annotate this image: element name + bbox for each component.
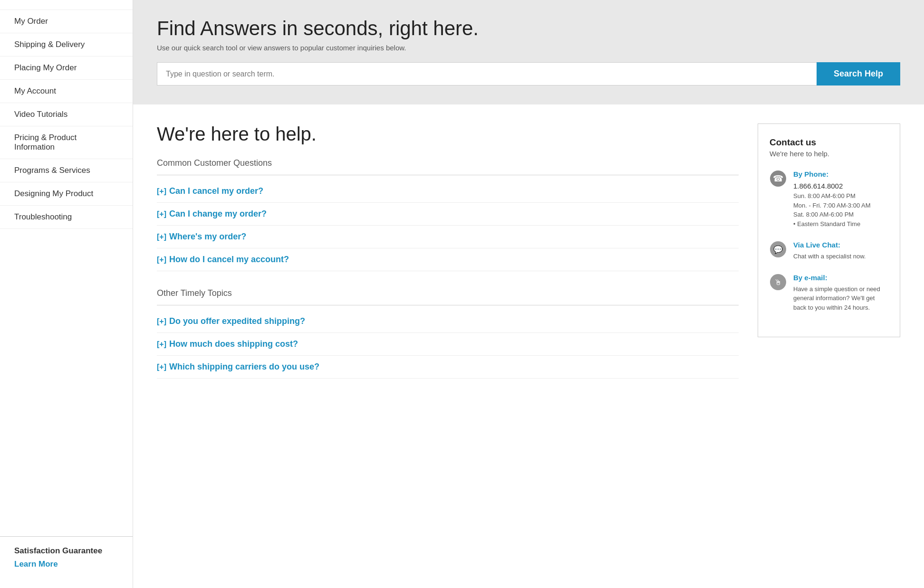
timely-topic-link[interactable]: Do you offer expedited shipping? bbox=[169, 316, 305, 326]
contact-phone-number: 1.866.614.8002 bbox=[793, 181, 871, 192]
chat-icon: 💬 bbox=[770, 241, 787, 261]
svg-text:☎: ☎ bbox=[773, 174, 783, 183]
search-header: Find Answers in seconds, right here. Use… bbox=[133, 0, 924, 104]
faq-prefix: [+] bbox=[157, 317, 166, 325]
faq-link[interactable]: Where's my order? bbox=[169, 232, 246, 241]
faq-prefix: [+] bbox=[157, 340, 166, 348]
timely-topic-item[interactable]: [+]Which shipping carriers do you use? bbox=[157, 356, 739, 379]
common-questions-divider bbox=[157, 175, 739, 175]
contact-title: Contact us bbox=[770, 137, 888, 148]
main-content: Find Answers in seconds, right here. Use… bbox=[133, 0, 924, 588]
faq-prefix: [+] bbox=[157, 256, 166, 264]
search-headline: Find Answers in seconds, right here. bbox=[157, 17, 900, 40]
learn-more-link[interactable]: Learn More bbox=[14, 560, 58, 569]
sidebar-footer: Satisfaction Guarantee Learn More bbox=[0, 536, 133, 579]
sidebar-item-programs-services[interactable]: Programs & Services bbox=[0, 159, 133, 182]
sidebar-item-my-account[interactable]: My Account bbox=[0, 80, 133, 103]
contact-subtitle: We're here to help. bbox=[770, 150, 888, 158]
faq-item[interactable]: [+]Where's my order? bbox=[157, 226, 739, 248]
faq-link[interactable]: Can I cancel my order? bbox=[169, 186, 263, 196]
sidebar-item-shipping-delivery[interactable]: Shipping & Delivery bbox=[0, 33, 133, 57]
timely-topic-item[interactable]: [+]Do you offer expedited shipping? bbox=[157, 310, 739, 333]
contact-hours: Sun. 8:00 AM-6:00 PMMon. - Fri. 7:00 AM-… bbox=[793, 191, 871, 228]
contact-method-title: By Phone: bbox=[793, 169, 871, 180]
sidebar-item-my-order[interactable]: My Order bbox=[0, 9, 133, 33]
phone-icon: ☎ bbox=[770, 170, 787, 190]
timely-topic-link[interactable]: Which shipping carriers do you use? bbox=[169, 362, 319, 371]
faq-link[interactable]: How do I cancel my account? bbox=[169, 255, 289, 264]
faq-prefix: [+] bbox=[157, 363, 166, 371]
sidebar: My OrderShipping & DeliveryPlacing My Or… bbox=[0, 0, 133, 588]
faq-link[interactable]: Can I change my order? bbox=[169, 209, 267, 218]
timely-topics-list: [+]Do you offer expedited shipping?[+]Ho… bbox=[157, 310, 739, 379]
contact-method-chat[interactable]: 💬Via Live Chat:Chat with a specialist no… bbox=[770, 240, 888, 261]
common-questions-section: Common Customer Questions [+]Can I cance… bbox=[157, 158, 739, 271]
content-area: We're here to help. Common Customer Ques… bbox=[133, 104, 924, 588]
sidebar-item-video-tutorials[interactable]: Video Tutorials bbox=[0, 103, 133, 126]
contact-method-title: Via Live Chat: bbox=[793, 240, 866, 251]
faq-item[interactable]: [+]How do I cancel my account? bbox=[157, 248, 739, 271]
contact-method-phone: ☎By Phone:1.866.614.8002Sun. 8:00 AM-6:0… bbox=[770, 169, 888, 228]
left-content: We're here to help. Common Customer Ques… bbox=[157, 123, 739, 569]
timely-topics-divider bbox=[157, 305, 739, 305]
contact-method-email[interactable]: 🖱By e-mail:Have a simple question or nee… bbox=[770, 273, 888, 312]
email-icon: 🖱 bbox=[770, 274, 787, 294]
search-subtext: Use our quick search tool or view answer… bbox=[157, 44, 900, 52]
hero-title: We're here to help. bbox=[157, 123, 739, 145]
timely-topic-item[interactable]: [+]How much does shipping cost? bbox=[157, 333, 739, 356]
sidebar-item-designing-product[interactable]: Designing My Product bbox=[0, 182, 133, 206]
contact-box: Contact us We're here to help. ☎By Phone… bbox=[758, 123, 900, 337]
contact-info-email: By e-mail:Have a simple question or need… bbox=[793, 273, 888, 312]
timely-topic-link[interactable]: How much does shipping cost? bbox=[169, 339, 298, 349]
common-questions-title: Common Customer Questions bbox=[157, 158, 739, 168]
contact-note: Have a simple question or need general i… bbox=[793, 285, 888, 313]
sidebar-nav: My OrderShipping & DeliveryPlacing My Or… bbox=[0, 9, 133, 536]
faq-prefix: [+] bbox=[157, 233, 166, 241]
contact-method-title: By e-mail: bbox=[793, 273, 888, 284]
sidebar-item-pricing-product[interactable]: Pricing & Product Information bbox=[0, 126, 133, 159]
contact-note: Chat with a specialist now. bbox=[793, 252, 866, 261]
contact-methods: ☎By Phone:1.866.614.8002Sun. 8:00 AM-6:0… bbox=[770, 169, 888, 312]
sidebar-item-placing-my-order[interactable]: Placing My Order bbox=[0, 57, 133, 80]
svg-text:🖱: 🖱 bbox=[774, 278, 782, 286]
sidebar-item-troubleshooting[interactable]: Troubleshooting bbox=[0, 206, 133, 229]
search-row: Search Help bbox=[157, 62, 900, 85]
faq-item[interactable]: [+]Can I change my order? bbox=[157, 203, 739, 226]
search-help-button[interactable]: Search Help bbox=[817, 62, 900, 85]
faq-prefix: [+] bbox=[157, 187, 166, 195]
timely-topics-section: Other Timely Topics [+]Do you offer expe… bbox=[157, 288, 739, 379]
timely-topics-title: Other Timely Topics bbox=[157, 288, 739, 298]
contact-info-phone: By Phone:1.866.614.8002Sun. 8:00 AM-6:00… bbox=[793, 169, 871, 228]
svg-text:💬: 💬 bbox=[773, 245, 783, 254]
common-questions-list: [+]Can I cancel my order?[+]Can I change… bbox=[157, 180, 739, 271]
faq-prefix: [+] bbox=[157, 210, 166, 218]
contact-info-chat: Via Live Chat:Chat with a specialist now… bbox=[793, 240, 866, 261]
satisfaction-title: Satisfaction Guarantee bbox=[14, 546, 118, 556]
faq-item[interactable]: [+]Can I cancel my order? bbox=[157, 180, 739, 203]
search-input[interactable] bbox=[157, 62, 817, 85]
